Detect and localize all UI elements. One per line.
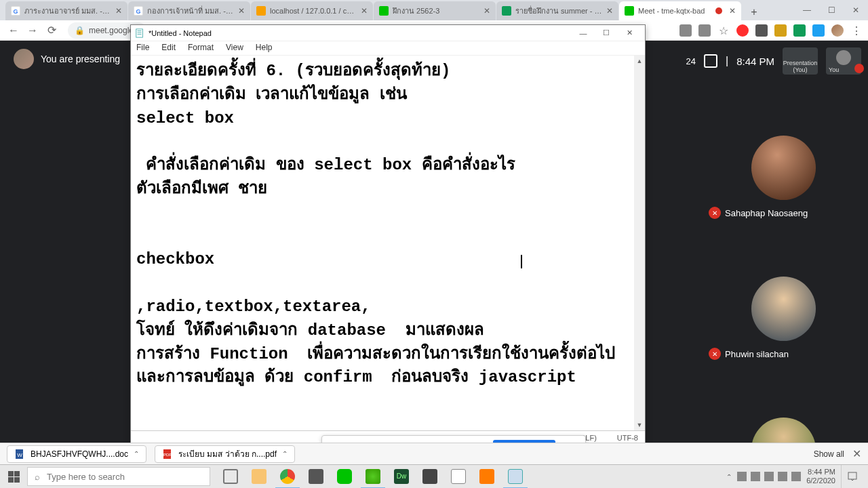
forward-button[interactable]: → xyxy=(24,22,41,39)
grid-icon[interactable] xyxy=(698,24,711,37)
close-icon[interactable]: ✕ xyxy=(484,6,490,16)
scroll-down-icon[interactable]: ▼ xyxy=(634,420,645,430)
star-icon[interactable]: ☆ xyxy=(717,24,730,37)
ext-4[interactable] xyxy=(793,24,806,37)
thumb-label: You xyxy=(829,66,839,73)
chrome-menu-icon[interactable]: ⋮ xyxy=(850,24,863,37)
task-app-8[interactable] xyxy=(416,465,443,489)
minimize-button[interactable]: — xyxy=(795,0,819,20)
volume-icon[interactable] xyxy=(778,472,787,481)
participants-list: ✕Sahaphap Naosaeng ✕Phuwin silachan ✕Sir… xyxy=(705,136,861,488)
scroll-up-icon[interactable]: ▲ xyxy=(634,56,645,66)
menu-view[interactable]: View xyxy=(223,41,246,55)
favicon xyxy=(502,6,511,16)
search-input[interactable]: ⌕ Type here to search xyxy=(27,467,210,486)
start-button[interactable] xyxy=(0,465,27,489)
tab-title: localhost / 127.0.0.1 / covid_ xyxy=(270,7,357,15)
thumb-you[interactable]: You xyxy=(826,47,861,75)
cast-icon[interactable] xyxy=(679,24,692,37)
close-button[interactable]: ✕ xyxy=(618,26,641,41)
avatar xyxy=(751,136,816,200)
ext-5[interactable] xyxy=(812,24,825,37)
task-icons: Dw xyxy=(217,465,529,489)
tray-expand-icon[interactable]: ⌃ xyxy=(726,473,732,481)
tab-5-active[interactable]: Meet - tme-kqtx-bad✕ xyxy=(619,1,741,20)
download-item-0[interactable]: W BHJASFJHVFQWHJ....doc ⌃ xyxy=(7,445,146,463)
task-view-button[interactable] xyxy=(217,465,244,489)
pdf-icon: PDF xyxy=(162,449,173,460)
close-downloads-icon[interactable]: ✕ xyxy=(852,447,861,460)
close-icon[interactable]: ✕ xyxy=(729,6,736,16)
network-icon[interactable] xyxy=(764,472,774,481)
task-app-9[interactable] xyxy=(445,465,472,489)
back-button[interactable]: ← xyxy=(5,22,22,39)
chevron-up-icon[interactable]: ⌃ xyxy=(134,450,139,458)
task-app-6[interactable] xyxy=(359,465,387,489)
reload-button[interactable]: ⟳ xyxy=(43,22,60,39)
show-all-button[interactable]: Show all xyxy=(814,449,844,459)
chrome-button[interactable] xyxy=(274,465,301,489)
task-app-4[interactable] xyxy=(302,465,330,489)
language-icon[interactable] xyxy=(791,472,801,481)
menu-format[interactable]: Format xyxy=(185,41,216,55)
notifications-button[interactable] xyxy=(841,465,863,489)
download-item-1[interactable]: PDF ระเบียบ มมส ว่าด้วย ก....pdf ⌃ xyxy=(155,445,295,463)
close-icon[interactable]: ✕ xyxy=(115,6,122,16)
menu-edit[interactable]: Edit xyxy=(159,41,178,55)
download-name: BHJASFJHVFQWHJ....doc xyxy=(31,449,128,459)
tab-3[interactable]: ฝึกงาน 2562-3✕ xyxy=(374,1,496,20)
tray-icon[interactable] xyxy=(737,472,747,481)
line-button[interactable] xyxy=(331,465,358,489)
windows-logo-icon xyxy=(8,471,20,483)
chevron-up-icon[interactable]: ⌃ xyxy=(282,450,288,458)
system-clock[interactable]: 8:44 PM 6/2/2020 xyxy=(806,468,835,485)
maximize-button[interactable]: ☐ xyxy=(595,26,618,41)
notepad-menubar: File Edit Format View Help xyxy=(131,41,645,55)
profile-avatar[interactable] xyxy=(831,24,844,37)
ext-3[interactable] xyxy=(774,24,787,37)
chat-icon[interactable] xyxy=(704,54,717,68)
ext-1[interactable] xyxy=(736,24,749,37)
presenting-label: You are presenting xyxy=(41,54,120,64)
file-explorer-button[interactable] xyxy=(245,465,273,489)
scrollbar[interactable]: ▲ ▼ xyxy=(634,56,645,430)
menu-help[interactable]: Help xyxy=(253,41,275,55)
participant-0[interactable]: ✕Sahaphap Naosaeng xyxy=(705,136,861,219)
ext-2[interactable] xyxy=(755,24,768,37)
tab-0[interactable]: Gภาระงานอาจารย์ มมส. - Google✕ xyxy=(5,1,127,20)
svg-text:W: W xyxy=(17,452,22,458)
notepad-icon xyxy=(135,28,144,38)
tabs-bar: Gภาระงานอาจารย์ มมส. - Google✕ Gกองการเจ… xyxy=(0,0,868,20)
close-button[interactable]: ✕ xyxy=(844,0,868,20)
favicon: G xyxy=(134,6,143,16)
tab-2[interactable]: localhost / 127.0.0.1 / covid_✕ xyxy=(251,1,373,20)
minimize-button[interactable]: — xyxy=(572,26,595,41)
notepad-titlebar[interactable]: *Untitled - Notepad — ☐ ✕ xyxy=(131,25,645,41)
tab-1[interactable]: Gกองการเจ้าหน้าที่ มมส. - Google✕ xyxy=(128,1,250,20)
meet-time: 8:44 PM xyxy=(736,56,774,67)
maximize-button[interactable]: ☐ xyxy=(819,0,844,20)
favicon: G xyxy=(11,6,20,16)
tab-title: Meet - tme-kqtx-bad xyxy=(638,7,713,15)
thumb-label: Presentation xyxy=(783,60,818,66)
notepad-button[interactable] xyxy=(502,465,529,489)
status-encoding: UTF-8 xyxy=(617,434,638,442)
clock-time: 8:44 PM xyxy=(806,468,835,476)
notepad-editor[interactable]: รายละเอียดครั้งที่ 6. (รวบยอดครั้งสุดท้า… xyxy=(131,55,645,430)
favicon xyxy=(625,6,634,16)
new-tab-button[interactable]: + xyxy=(746,4,762,20)
xampp-button[interactable] xyxy=(473,465,500,489)
tab-4[interactable]: รายชื่อฝึกงาน summer - Googl✕ xyxy=(496,1,618,20)
close-icon[interactable]: ✕ xyxy=(238,6,245,16)
notification-icon xyxy=(847,471,858,482)
tray-icon[interactable] xyxy=(751,472,760,481)
thumb-sublabel: (You) xyxy=(783,66,818,73)
dreamweaver-button[interactable]: Dw xyxy=(388,465,415,489)
close-icon[interactable]: ✕ xyxy=(361,6,368,16)
close-icon[interactable]: ✕ xyxy=(606,6,613,16)
participant-1[interactable]: ✕Phuwin silachan xyxy=(705,277,861,360)
favicon xyxy=(379,6,389,16)
menu-file[interactable]: File xyxy=(134,41,152,55)
svg-rect-0 xyxy=(136,28,143,37)
thumb-presentation[interactable]: Presentation (You) xyxy=(783,47,818,75)
